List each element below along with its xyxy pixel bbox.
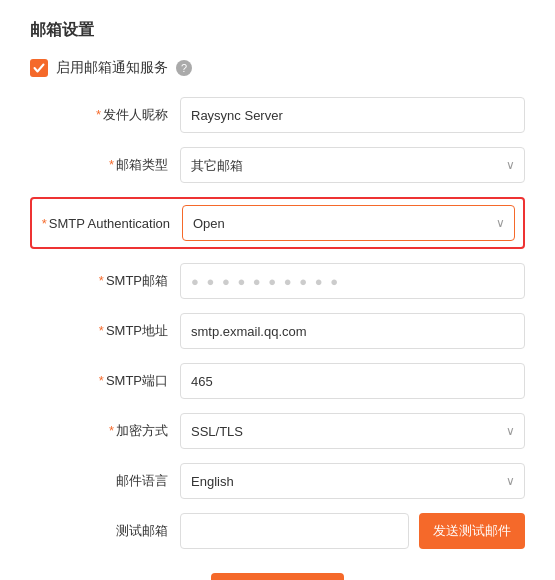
sender-name-input[interactable] xyxy=(180,97,525,133)
mail-lang-row: 邮件语言 English 中文 ∨ xyxy=(30,463,525,499)
smtp-auth-label: *SMTP Authentication xyxy=(32,216,182,231)
test-email-input[interactable] xyxy=(180,513,409,549)
smtp-auth-select[interactable]: Open Login Plain CRAM-MD5 xyxy=(182,205,515,241)
encrypt-label: *加密方式 xyxy=(30,422,180,440)
mail-lang-select-wrap: English 中文 ∨ xyxy=(180,463,525,499)
email-type-row: *邮箱类型 其它邮箱 QQ邮箱 163邮箱 Gmail ∨ xyxy=(30,147,525,183)
smtp-port-row: *SMTP端口 xyxy=(30,363,525,399)
smtp-email-row: *SMTP邮箱 xyxy=(30,263,525,299)
save-section: 💾 保存 xyxy=(30,573,525,580)
send-test-button[interactable]: 发送测试邮件 xyxy=(419,513,525,549)
smtp-address-input[interactable] xyxy=(180,313,525,349)
save-button[interactable]: 💾 保存 xyxy=(211,573,344,580)
smtp-auth-row: *SMTP Authentication Open Login Plain CR… xyxy=(30,197,525,249)
help-icon[interactable]: ? xyxy=(176,60,192,76)
enable-service-row: 启用邮箱通知服务 ? xyxy=(30,59,525,77)
smtp-email-label: *SMTP邮箱 xyxy=(30,272,180,290)
smtp-port-input[interactable] xyxy=(180,363,525,399)
smtp-email-input[interactable] xyxy=(180,263,525,299)
page-title: 邮箱设置 xyxy=(30,20,525,41)
mail-lang-select[interactable]: English 中文 xyxy=(180,463,525,499)
smtp-auth-select-wrap: Open Login Plain CRAM-MD5 ∨ xyxy=(182,205,515,241)
encrypt-select[interactable]: SSL/TLS STARTTLS None xyxy=(180,413,525,449)
sender-name-label: *发件人昵称 xyxy=(30,106,180,124)
encrypt-select-wrap: SSL/TLS STARTTLS None ∨ xyxy=(180,413,525,449)
sender-name-row: *发件人昵称 xyxy=(30,97,525,133)
enable-service-label: 启用邮箱通知服务 xyxy=(56,59,168,77)
test-email-label: 测试邮箱 xyxy=(30,522,180,540)
email-type-select-wrap: 其它邮箱 QQ邮箱 163邮箱 Gmail ∨ xyxy=(180,147,525,183)
email-type-label: *邮箱类型 xyxy=(30,156,180,174)
email-type-select[interactable]: 其它邮箱 QQ邮箱 163邮箱 Gmail xyxy=(180,147,525,183)
enable-checkbox[interactable] xyxy=(30,59,48,77)
mail-lang-label: 邮件语言 xyxy=(30,472,180,490)
smtp-port-label: *SMTP端口 xyxy=(30,372,180,390)
test-email-row: 测试邮箱 发送测试邮件 xyxy=(30,513,525,549)
encrypt-row: *加密方式 SSL/TLS STARTTLS None ∨ xyxy=(30,413,525,449)
smtp-address-label: *SMTP地址 xyxy=(30,322,180,340)
smtp-address-row: *SMTP地址 xyxy=(30,313,525,349)
